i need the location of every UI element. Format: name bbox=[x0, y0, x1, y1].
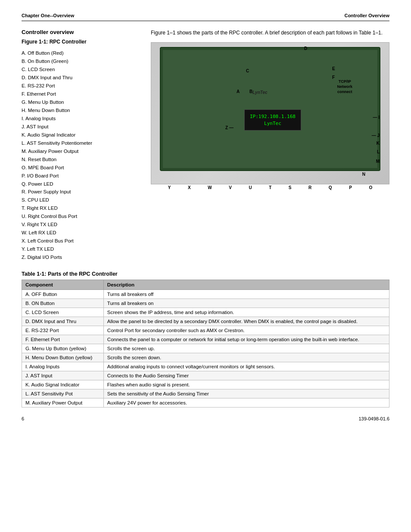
table-cell-component: C. LCD Screen bbox=[22, 308, 104, 317]
description-text: Figure 1–1 shows the parts of the RPC co… bbox=[151, 29, 389, 37]
table-cell-description: Sets the sensitivity of the Audio Sensin… bbox=[103, 389, 389, 398]
parts-list-item: H. Menu Down Button bbox=[22, 106, 142, 115]
ip-display: IP:192.108.1.168LynTec bbox=[244, 109, 301, 131]
page-footer: 6 139-0498-01.6 bbox=[22, 416, 389, 421]
label-n: N bbox=[362, 172, 365, 177]
label-x: X bbox=[188, 185, 191, 190]
table-row: B. ON ButtonTurns all breakers on bbox=[22, 299, 389, 308]
label-t: T bbox=[269, 185, 271, 190]
parts-list-item: F. Ethernet Port bbox=[22, 90, 142, 98]
parts-list-item: J. AST Input bbox=[22, 123, 142, 131]
label-w: W bbox=[208, 185, 212, 190]
header-right: Controller Overview bbox=[344, 13, 389, 18]
parts-list-item: W. Left RX LED bbox=[22, 229, 142, 237]
table-row: I. Analog InputsAdditional analog inputs… bbox=[22, 362, 389, 371]
table-cell-component: G. Menu Up Button (yellow) bbox=[22, 344, 104, 353]
table-cell-description: Turns all breakers off bbox=[103, 290, 389, 299]
parts-list-item: K. Audio Signal Indicator bbox=[22, 131, 142, 139]
parts-list-item: R. Power Supply Input bbox=[22, 188, 142, 196]
table-cell-description: Additional analog inputs to connect volt… bbox=[103, 362, 389, 371]
parts-list-item: Q. Power LED bbox=[22, 180, 142, 188]
footer-doc-num: 139-0498-01.6 bbox=[358, 416, 389, 421]
parts-list-item: C. LCD Screen bbox=[22, 65, 142, 74]
parts-list-item: U. Right Control Bus Port bbox=[22, 212, 142, 221]
table-cell-description: Turns all breakers on bbox=[103, 299, 389, 308]
parts-list-item: S. CPU LED bbox=[22, 196, 142, 204]
col-description: Description bbox=[103, 280, 389, 290]
table-row: M. Auxiliary Power OutputAuxiliary 24V p… bbox=[22, 398, 389, 408]
parts-list-item: V. Right TX LED bbox=[22, 221, 142, 229]
header-divider bbox=[22, 21, 389, 21]
table-cell-component: M. Auxiliary Power Output bbox=[22, 398, 104, 408]
parts-list-item: B. On Button (Green) bbox=[22, 57, 142, 65]
table-row: A. OFF ButtonTurns all breakers off bbox=[22, 290, 389, 299]
table-row: J. AST InputConnects to the Audio Sensin… bbox=[22, 371, 389, 380]
table-row: G. Menu Up Button (yellow)Scrolls the sc… bbox=[22, 344, 389, 353]
parts-table: Component Description A. OFF ButtonTurns… bbox=[22, 280, 389, 408]
controller-diagram: IP:192.108.1.168LynTec TCP/IPNetworkconn… bbox=[151, 42, 389, 184]
table-cell-component: E. RS-232 Port bbox=[22, 326, 104, 335]
table-cell-description: Scrolls the screen down. bbox=[103, 353, 389, 362]
lyntec-logo: LynTec bbox=[252, 90, 268, 95]
table-cell-component: B. ON Button bbox=[22, 299, 104, 308]
table-cell-description: Scrolls the screen up. bbox=[103, 344, 389, 353]
label-m: M bbox=[376, 159, 380, 164]
content-area: Controller overview Figure 1-1: RPC Cont… bbox=[22, 29, 389, 261]
table-section: Table 1-1: Parts of the RPC Controller C… bbox=[22, 271, 389, 408]
label-k: K bbox=[377, 141, 380, 146]
table-title: Table 1-1: Parts of the RPC Controller bbox=[22, 271, 389, 277]
label-r: R bbox=[308, 185, 311, 190]
table-row: K. Audio Signal IndicatorFlashes when au… bbox=[22, 380, 389, 389]
label-e: E bbox=[332, 66, 335, 71]
header-left: Chapter One--Overview bbox=[22, 13, 74, 18]
table-row: F. Ethernet PortConnects the panel to a … bbox=[22, 335, 389, 344]
table-cell-component: H. Menu Down Button (yellow) bbox=[22, 353, 104, 362]
table-cell-description: Allow the panel to be directed by a seco… bbox=[103, 317, 389, 326]
label-d: D bbox=[304, 46, 307, 51]
left-column: Controller overview Figure 1-1: RPC Cont… bbox=[22, 29, 142, 261]
parts-list-item: L. AST Sensitivity Potentiometer bbox=[22, 139, 142, 147]
parts-list-item: G. Menu Up Button bbox=[22, 98, 142, 106]
table-cell-component: K. Audio Signal Indicator bbox=[22, 380, 104, 389]
parts-list-item: N. Reset Button bbox=[22, 156, 142, 164]
label-b: B bbox=[249, 89, 252, 94]
label-p: P bbox=[349, 185, 352, 190]
diagram-wrapper: IP:192.108.1.168LynTec TCP/IPNetworkconn… bbox=[151, 42, 389, 191]
parts-list-item: T. Right RX LED bbox=[22, 204, 142, 212]
page: Chapter One--Overview Controller Overvie… bbox=[0, 0, 411, 532]
label-o: O bbox=[369, 185, 372, 190]
table-row: C. LCD ScreenScreen shows the IP address… bbox=[22, 308, 389, 317]
label-z: Z — bbox=[225, 125, 234, 130]
figure-title: Figure 1-1: RPC Controller bbox=[22, 39, 142, 45]
parts-list: A. Off Button (Red)B. On Button (Green)C… bbox=[22, 49, 142, 261]
label-v: V bbox=[229, 185, 232, 190]
parts-list-item: I. Analog Inputs bbox=[22, 115, 142, 123]
table-cell-description: Flashes when audio signal is present. bbox=[103, 380, 389, 389]
label-i: — I bbox=[373, 115, 380, 120]
parts-list-item: D. DMX Input and Thru bbox=[22, 74, 142, 82]
table-cell-component: F. Ethernet Port bbox=[22, 335, 104, 344]
table-cell-description: Auxiliary 24V power for accessories. bbox=[103, 398, 389, 408]
page-header: Chapter One--Overview Controller Overvie… bbox=[22, 13, 389, 18]
label-s: S bbox=[289, 185, 292, 190]
tcp-label: TCP/IPNetworkconnect bbox=[337, 79, 352, 94]
parts-list-item: X. Left Control Bus Port bbox=[22, 237, 142, 245]
table-row: E. RS-232 PortControl Port for secondary… bbox=[22, 326, 389, 335]
col-component: Component bbox=[22, 280, 104, 290]
parts-list-item: Z. Digital I/O Ports bbox=[22, 253, 142, 261]
parts-list-item: M. Auxiliary Power Output bbox=[22, 147, 142, 156]
parts-list-item: E. RS-232 Port bbox=[22, 82, 142, 90]
table-cell-component: D. DMX Input and Thru bbox=[22, 317, 104, 326]
right-column: Figure 1–1 shows the parts of the RPC co… bbox=[151, 29, 389, 261]
table-cell-description: Control Port for secondary controller su… bbox=[103, 326, 389, 335]
parts-list-item: A. Off Button (Red) bbox=[22, 49, 142, 57]
label-u: U bbox=[249, 185, 252, 190]
label-q: Q bbox=[329, 185, 332, 190]
label-l: L bbox=[377, 149, 380, 154]
label-c: C bbox=[246, 68, 249, 73]
bottom-labels: Y X W V U T S R Q P O bbox=[151, 184, 389, 191]
pcb-board bbox=[160, 47, 380, 171]
table-cell-component: J. AST Input bbox=[22, 371, 104, 380]
label-j: — J bbox=[372, 133, 380, 138]
label-a: A bbox=[237, 89, 240, 94]
